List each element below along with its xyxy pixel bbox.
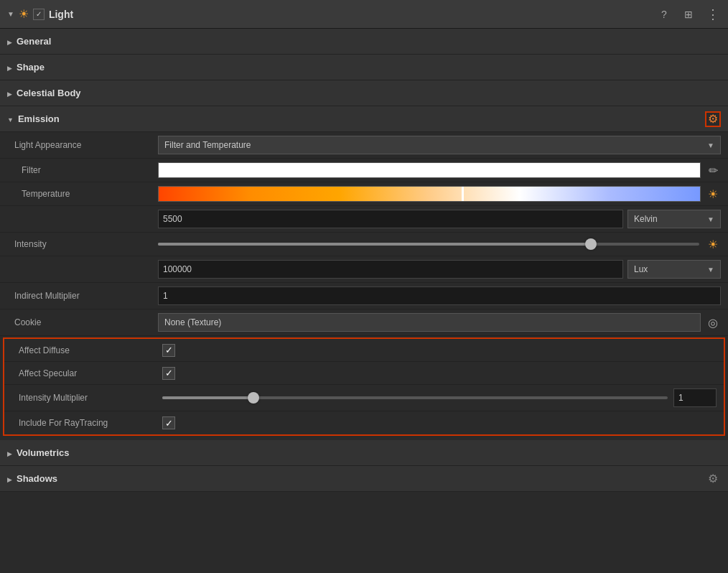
affect-diffuse-label: Affect Diffuse bbox=[19, 345, 162, 355]
shadows-title: Shadows bbox=[17, 473, 705, 484]
emission-section-header[interactable]: Emission ⚙ bbox=[0, 106, 728, 132]
shadows-gear-button[interactable]: ⚙ bbox=[705, 471, 721, 487]
intensity-unit-value: Lux bbox=[634, 264, 648, 274]
temperature-control: ☀ bbox=[158, 186, 721, 202]
affect-specular-checkmark: ✓ bbox=[165, 368, 173, 378]
affect-specular-checkbox[interactable]: ✓ bbox=[162, 367, 175, 380]
general-arrow bbox=[7, 36, 17, 47]
intensity-value-row: Lux ▼ bbox=[0, 256, 728, 283]
temperature-row: Temperature ☀ bbox=[0, 182, 728, 206]
component-checkbox[interactable]: ✓ bbox=[33, 9, 45, 20]
collapse-arrow[interactable]: ▼ bbox=[7, 10, 14, 18]
light-appearance-value: Filter and Temperature bbox=[164, 140, 251, 150]
intensity-multiplier-track[interactable] bbox=[162, 396, 668, 399]
include-raytracing-row: Include For RayTracing ✓ bbox=[4, 411, 724, 434]
cookie-circle-icon[interactable]: ◎ bbox=[705, 315, 721, 330]
intensity-unit-dropdown[interactable]: Lux ▼ bbox=[627, 260, 721, 279]
volumetrics-arrow bbox=[7, 447, 17, 458]
temperature-value-row: Kelvin ▼ bbox=[0, 206, 728, 233]
intensity-label: Intensity bbox=[14, 239, 158, 249]
light-icon: ☀ bbox=[19, 7, 29, 21]
celestial-body-title: Celestial Body bbox=[17, 88, 721, 98]
intensity-slider-track[interactable] bbox=[158, 243, 699, 246]
cookie-value: None (Texture) bbox=[164, 317, 221, 327]
panel-title: Light bbox=[49, 9, 73, 20]
light-appearance-chevron: ▼ bbox=[707, 141, 714, 149]
filter-row: Filter ✏ bbox=[0, 159, 728, 182]
temperature-thumb bbox=[462, 187, 464, 201]
emission-gear-icon: ⚙ bbox=[708, 112, 718, 126]
include-raytracing-label: Include For RayTracing bbox=[19, 418, 162, 428]
temperature-color-bar[interactable] bbox=[158, 186, 701, 202]
panel-header: ▼ ☀ ✓ Light ? ⊞ ⋮ bbox=[0, 0, 728, 29]
indirect-multiplier-label: Indirect Multiplier bbox=[14, 291, 158, 301]
shape-title: Shape bbox=[17, 62, 721, 73]
affect-specular-control: ✓ bbox=[162, 367, 717, 380]
header-right: ? ⊞ ⋮ bbox=[656, 6, 721, 22]
intensity-multiplier-row: Intensity Multiplier bbox=[4, 385, 724, 411]
temperature-unit-value: Kelvin bbox=[634, 214, 658, 224]
presets-icon[interactable]: ⊞ bbox=[681, 6, 696, 22]
volumetrics-section-header[interactable]: Volumetrics bbox=[0, 440, 728, 466]
filter-control: ✏ bbox=[158, 162, 721, 178]
intensity-unit-chevron: ▼ bbox=[707, 266, 714, 274]
intensity-slider-thumb[interactable] bbox=[585, 238, 597, 250]
light-panel: ▼ ☀ ✓ Light ? ⊞ ⋮ General Shape Celestia… bbox=[0, 0, 728, 492]
filter-color-bar[interactable] bbox=[158, 162, 701, 178]
cookie-label: Cookie bbox=[14, 317, 158, 327]
affect-diffuse-row: Affect Diffuse ✓ bbox=[4, 339, 724, 362]
shadows-arrow bbox=[7, 473, 17, 484]
emission-arrow bbox=[7, 113, 18, 124]
temperature-input[interactable] bbox=[158, 210, 623, 228]
temperature-unit-dropdown[interactable]: Kelvin ▼ bbox=[627, 210, 721, 228]
help-icon[interactable]: ? bbox=[656, 6, 672, 22]
intensity-value-control: Lux ▼ bbox=[158, 260, 721, 279]
cookie-control: None (Texture) ◎ bbox=[158, 313, 721, 332]
temperature-sun-icon[interactable]: ☀ bbox=[705, 186, 721, 202]
include-raytracing-checkmark: ✓ bbox=[165, 419, 173, 428]
cookie-dropdown[interactable]: None (Texture) bbox=[158, 313, 701, 332]
volumetrics-title: Volumetrics bbox=[17, 447, 721, 458]
affect-diffuse-checkmark: ✓ bbox=[165, 345, 173, 355]
affect-diffuse-checkbox[interactable]: ✓ bbox=[162, 344, 175, 357]
emission-title: Emission bbox=[18, 113, 705, 124]
intensity-multiplier-label: Intensity Multiplier bbox=[19, 393, 162, 403]
header-left: ▼ ☀ ✓ Light bbox=[7, 7, 656, 21]
temperature-value-control: Kelvin ▼ bbox=[158, 210, 721, 228]
intensity-slider-fill bbox=[158, 243, 591, 246]
light-appearance-dropdown[interactable]: Filter and Temperature ▼ bbox=[158, 136, 721, 154]
intensity-slider-row: Intensity ☀ bbox=[0, 233, 728, 256]
shape-arrow bbox=[7, 62, 17, 73]
light-appearance-control: Filter and Temperature ▼ bbox=[158, 136, 721, 154]
indirect-multiplier-row: Indirect Multiplier bbox=[0, 283, 728, 309]
temperature-unit-chevron: ▼ bbox=[707, 215, 714, 223]
eyedropper-icon[interactable]: ✏ bbox=[705, 162, 721, 178]
intensity-multiplier-fill bbox=[162, 396, 253, 399]
intensity-multiplier-control bbox=[162, 388, 717, 407]
shape-section-header[interactable]: Shape bbox=[0, 55, 728, 80]
filter-label: Filter bbox=[14, 165, 158, 175]
indirect-multiplier-input[interactable] bbox=[158, 286, 721, 305]
cookie-row: Cookie None (Texture) ◎ bbox=[0, 309, 728, 336]
light-appearance-row: Light Appearance Filter and Temperature … bbox=[0, 132, 728, 159]
highlighted-section: Affect Diffuse ✓ Affect Specular ✓ Inten… bbox=[3, 337, 725, 436]
general-section-header[interactable]: General bbox=[0, 29, 728, 55]
indirect-multiplier-control bbox=[158, 286, 721, 305]
shadows-section-header[interactable]: Shadows ⚙ bbox=[0, 466, 728, 492]
intensity-multiplier-input[interactable] bbox=[673, 388, 717, 407]
celestial-body-arrow bbox=[7, 88, 17, 98]
include-raytracing-checkbox[interactable]: ✓ bbox=[162, 416, 175, 429]
affect-specular-label: Affect Specular bbox=[19, 368, 162, 378]
intensity-multiplier-thumb[interactable] bbox=[248, 392, 259, 404]
general-title: General bbox=[17, 36, 721, 47]
intensity-sun-icon: ☀ bbox=[705, 236, 721, 252]
intensity-slider-control: ☀ bbox=[158, 236, 721, 252]
light-appearance-label: Light Appearance bbox=[14, 140, 158, 150]
temperature-label: Temperature bbox=[14, 189, 158, 199]
more-icon[interactable]: ⋮ bbox=[705, 6, 721, 22]
affect-specular-row: Affect Specular ✓ bbox=[4, 362, 724, 385]
celestial-body-section-header[interactable]: Celestial Body bbox=[0, 80, 728, 106]
shadows-gear-icon: ⚙ bbox=[708, 472, 718, 485]
intensity-input[interactable] bbox=[158, 260, 623, 279]
emission-gear-button[interactable]: ⚙ bbox=[705, 111, 721, 127]
